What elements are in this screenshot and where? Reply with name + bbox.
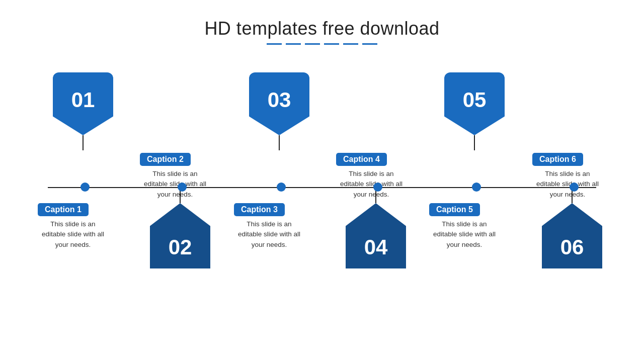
caption-text-3: This slide is an editable slide with all…: [234, 219, 304, 250]
number-4: 04: [364, 235, 388, 259]
timeline-area: 01 Caption 1 This slide is an editable s…: [25, 72, 619, 314]
shield-down-4: 04: [346, 203, 406, 268]
connector-3: [279, 135, 280, 150]
item-4: 04: [346, 189, 406, 268]
caption-badge-4: Caption 4: [336, 153, 387, 166]
shield-1: 01: [53, 72, 113, 135]
dot-5: [472, 183, 481, 192]
dot-3: [277, 183, 286, 192]
caption-text-5: This slide is an editable slide with all…: [429, 219, 500, 250]
main-title: HD templates free download: [204, 18, 439, 39]
divider-dash-4: [324, 43, 339, 45]
caption-badge-6: Caption 6: [532, 153, 583, 166]
shield-down-6: 06: [542, 203, 602, 268]
dot-1: [80, 183, 90, 192]
title-divider: [204, 43, 439, 45]
item-5: 05: [444, 72, 505, 150]
shield-5: 05: [444, 72, 505, 135]
divider-dash-2: [286, 43, 301, 45]
dot-4: [373, 183, 382, 192]
connector-5: [474, 135, 475, 150]
caption-area-3: Caption 3 This slide is an editable slid…: [234, 203, 304, 250]
caption-badge-1: Caption 1: [38, 203, 89, 216]
item-2: 02: [150, 189, 210, 268]
shield-down-2: 02: [150, 203, 210, 268]
divider-dash-1: [267, 43, 282, 45]
caption-text-1: This slide is an editable slide with all…: [38, 219, 108, 250]
dot-2: [178, 183, 187, 192]
timeline-line: [48, 187, 596, 188]
divider-dash-6: [362, 43, 377, 45]
caption-badge-2: Caption 2: [140, 153, 191, 166]
shield-3: 03: [249, 72, 309, 135]
caption-area-1: Caption 1 This slide is an editable slid…: [38, 203, 108, 250]
caption-badge-3: Caption 3: [234, 203, 285, 216]
number-1: 01: [71, 88, 95, 112]
caption-badge-5: Caption 5: [429, 203, 480, 216]
item-6: 06: [542, 189, 602, 268]
number-6: 06: [560, 235, 584, 259]
item-1: 01: [53, 72, 113, 150]
item-3: 03: [249, 72, 309, 150]
number-2: 02: [169, 235, 192, 259]
divider-dash-3: [305, 43, 320, 45]
dot-6: [570, 183, 579, 192]
number-5: 05: [463, 88, 487, 112]
number-3: 03: [268, 88, 291, 112]
caption-area-5: Caption 5 This slide is an editable slid…: [429, 203, 500, 250]
page: HD templates free download 01 Caption: [0, 0, 644, 362]
divider-dash-5: [343, 43, 358, 45]
connector-1: [83, 135, 84, 150]
title-section: HD templates free download: [204, 18, 439, 45]
